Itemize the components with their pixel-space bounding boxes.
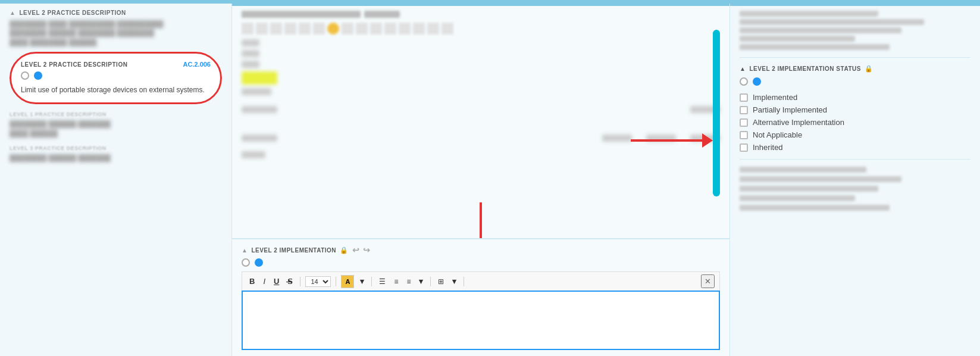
impl-label: LEVEL 2 IMPLEMENTATION <box>251 247 336 254</box>
toolbar-divider-3 <box>371 277 372 286</box>
status-radio-empty[interactable] <box>740 77 748 86</box>
section-code: AC.2.006 <box>183 61 211 68</box>
option-inherited[interactable]: Inherited <box>740 143 970 152</box>
right-divider-1 <box>740 57 970 58</box>
table-button[interactable]: ⊞ <box>436 276 446 287</box>
ordered-list-button[interactable]: ≡ <box>392 276 400 287</box>
impl-radio-row <box>242 258 720 267</box>
middle-content <box>232 6 729 238</box>
toolbar-divider-2 <box>336 277 336 286</box>
radio-filled[interactable] <box>34 71 42 80</box>
left-panel-header: ▲ LEVEL 2 PRACTICE DESCRIPTION <box>10 10 222 16</box>
impl-status-label: LEVEL 2 IMPLEMENTATION STATUS <box>749 65 860 72</box>
option-alternative-implementation-label: Alternative Implementation <box>753 118 844 127</box>
middle-blurred-header <box>242 11 720 18</box>
arrow-line <box>480 202 482 238</box>
h-arrow-line <box>631 139 702 142</box>
table-dropdown[interactable]: ▾ <box>450 276 459 287</box>
toolbar-divider-5 <box>464 277 464 286</box>
status-chevron-icon: ▲ <box>740 65 746 72</box>
right-blurred-top <box>740 11 970 50</box>
option-implemented-label: Implemented <box>753 93 797 102</box>
right-blurred-bottom <box>740 167 970 211</box>
highlight-button[interactable]: A <box>341 275 354 288</box>
underline-button[interactable]: U <box>271 276 281 287</box>
right-top-bar <box>730 4 980 6</box>
text-editor-body[interactable] <box>242 291 720 350</box>
radio-row <box>21 71 211 80</box>
vertical-arrow-annotation <box>474 202 488 238</box>
chevron-icon: ▲ <box>10 10 15 16</box>
bold-button[interactable]: B <box>247 276 257 287</box>
left-panel: ▲ LEVEL 2 PRACTICE DESCRIPTION ████████ … <box>0 4 232 356</box>
option-not-applicable-label: Not Applicable <box>753 130 802 139</box>
checkbox-not-applicable[interactable] <box>740 131 748 139</box>
strikethrough-button[interactable]: S̶ <box>285 276 295 287</box>
highlight-dropdown[interactable]: ▾ <box>358 276 367 287</box>
close-editor-button[interactable]: ✕ <box>701 274 715 288</box>
impl-radio-empty[interactable] <box>242 258 250 267</box>
option-partially-implemented[interactable]: Partially Implemented <box>740 105 970 114</box>
impl-lock-icon: 🔒 <box>340 246 349 254</box>
checkbox-inherited[interactable] <box>740 143 748 152</box>
toolbar-divider-1 <box>300 277 300 286</box>
option-partially-implemented-label: Partially Implemented <box>753 105 827 114</box>
option-not-applicable[interactable]: Not Applicable <box>740 130 970 139</box>
left-panel-label: LEVEL 2 PRACTICE DESCRIPTION <box>19 10 126 16</box>
h-arrow-head <box>702 133 713 148</box>
italic-button[interactable]: I <box>261 276 268 287</box>
impl-status-radio-row <box>740 77 970 86</box>
toolbar-divider-4 <box>430 277 431 286</box>
horizontal-arrow-annotation <box>631 133 713 148</box>
blurred-row-top: ████████ ████ ██████████ ██████████ ████… <box>10 20 222 47</box>
align-dropdown[interactable]: ▾ <box>417 276 425 287</box>
right-divider-2 <box>740 159 970 160</box>
option-implemented[interactable]: Implemented <box>740 93 970 102</box>
unordered-list-button[interactable]: ☰ <box>377 276 388 287</box>
checkbox-partially-implemented[interactable] <box>740 106 748 114</box>
impl-status-section: ▲ LEVEL 2 IMPLEMENTATION STATUS 🔒 Implem… <box>740 65 970 152</box>
checkbox-alternative-implementation[interactable] <box>740 118 748 127</box>
blurred-section-2: LEVEL 3 PRACTICE DESCRIPTION ████████ ██… <box>10 145 222 163</box>
impl-radio-filled[interactable] <box>255 258 263 267</box>
status-radio-filled[interactable] <box>753 77 761 86</box>
right-panel: ▲ LEVEL 2 IMPLEMENTATION STATUS 🔒 Implem… <box>730 4 980 356</box>
checkbox-implemented[interactable] <box>740 93 748 102</box>
practice-description-section: LEVEL 2 PRACTICE DESCRIPTION AC.2.006 Li… <box>10 52 222 104</box>
radio-empty[interactable] <box>21 71 29 80</box>
impl-chevron-icon: ▲ <box>242 247 248 254</box>
text-editor-toolbar: B I U S̶ 14 10 12 16 18 A ▾ ☰ ≡ ≡ <box>242 271 720 291</box>
implementation-section: ▲ LEVEL 2 IMPLEMENTATION 🔒 ↩ ↪ B I U S̶ … <box>232 238 729 356</box>
option-inherited-label: Inherited <box>753 143 783 152</box>
practice-description-text: Limit use of portable storage devices on… <box>21 85 211 95</box>
scrollbar[interactable] <box>713 30 720 196</box>
impl-header: ▲ LEVEL 2 IMPLEMENTATION 🔒 ↩ ↪ <box>242 245 720 255</box>
align-button[interactable]: ≡ <box>404 276 413 287</box>
impl-status-header: ▲ LEVEL 2 IMPLEMENTATION STATUS 🔒 <box>740 65 970 73</box>
option-alternative-implementation[interactable]: Alternative Implementation <box>740 118 970 127</box>
font-size-select[interactable]: 14 10 12 16 18 <box>305 276 331 287</box>
status-lock-icon: 🔒 <box>865 65 873 73</box>
middle-blurred-toolbar <box>242 23 720 35</box>
redo-button[interactable]: ↪ <box>363 245 371 255</box>
undo-button[interactable]: ↩ <box>352 245 360 255</box>
middle-panel: ▲ LEVEL 2 IMPLEMENTATION 🔒 ↩ ↪ B I U S̶ … <box>232 4 730 356</box>
blurred-section-1: LEVEL 1 PRACTICE DESCRIPTION ████████ ██… <box>10 111 222 138</box>
section-title-label: LEVEL 2 PRACTICE DESCRIPTION <box>21 61 127 68</box>
